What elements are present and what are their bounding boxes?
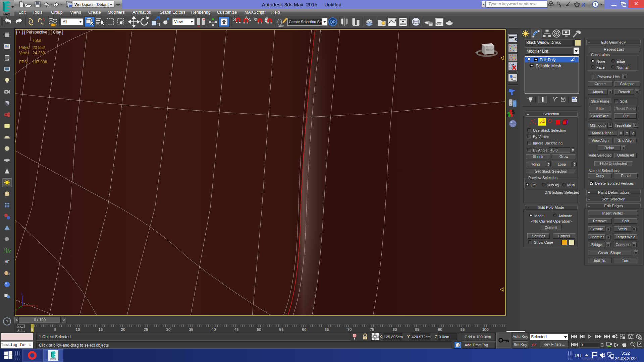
svg-text:y: y <box>15 308 17 311</box>
svg-text:WWW.ARTSTAIL.RU: WWW.ARTSTAIL.RU <box>582 356 623 361</box>
svg-text:65: 65 <box>325 327 329 331</box>
svg-text:{ }: { } <box>277 19 282 24</box>
svg-text:S: S <box>515 38 517 42</box>
svg-text:X: X <box>581 2 586 8</box>
svg-text:20: 20 <box>121 327 125 331</box>
svg-text:75: 75 <box>370 327 374 331</box>
svg-text:3:22: 3:22 <box>622 351 630 356</box>
svg-text:10: 10 <box>76 327 80 331</box>
svg-text:x: x <box>36 304 38 308</box>
svg-text:FRONT: FRONT <box>486 49 493 51</box>
svg-text:MAX: MAX <box>51 359 55 361</box>
svg-text:40: 40 <box>212 327 216 331</box>
svg-text:Verts:: Verts: <box>19 51 30 55</box>
svg-text:MAX: MAX <box>3 13 10 16</box>
svg-text:FPS:: FPS: <box>19 60 28 64</box>
svg-text:C: C <box>515 48 518 53</box>
svg-text:All: All <box>63 19 67 24</box>
svg-text:0: 0 <box>31 328 33 332</box>
svg-text:?: ? <box>6 319 8 324</box>
svg-text:%: % <box>254 17 258 22</box>
svg-text:QR: QR <box>330 20 336 24</box>
svg-text:85: 85 <box>415 327 420 331</box>
svg-text:30: 30 <box>166 327 171 331</box>
svg-text:x: x <box>8 272 10 275</box>
svg-text:55: 55 <box>279 327 284 331</box>
svg-text:Total: Total <box>33 38 41 43</box>
svg-text:45: 45 <box>234 327 239 331</box>
svg-text:?: ? <box>594 2 597 7</box>
svg-text:5: 5 <box>54 327 56 331</box>
svg-text:[ + ] [ Perspective ] [ Clay ]: [ + ] [ Perspective ] [ Clay ] <box>16 30 63 35</box>
svg-text:35: 35 <box>189 327 194 331</box>
svg-text:50: 50 <box>257 327 261 331</box>
svg-text:3: 3 <box>233 16 236 22</box>
svg-text:15: 15 <box>99 327 103 331</box>
svg-text:z: z <box>21 292 23 295</box>
svg-text:Polys:: Polys: <box>19 45 30 50</box>
svg-text:ABC: ABC <box>278 25 284 28</box>
svg-text:S: S <box>509 66 512 70</box>
svg-text:187.908: 187.908 <box>33 60 47 64</box>
svg-text:90: 90 <box>438 327 442 331</box>
svg-text:95: 95 <box>461 327 465 331</box>
svg-text:Create Selection Se: Create Selection Se <box>289 20 322 24</box>
svg-text:70: 70 <box>347 327 352 331</box>
svg-text:23 552: 23 552 <box>33 45 45 50</box>
svg-text:25: 25 <box>144 327 148 331</box>
svg-text:P R: P R <box>509 63 515 66</box>
svg-text:View: View <box>174 19 183 24</box>
svg-text:RU: RU <box>575 353 581 358</box>
svg-text:100: 100 <box>482 327 488 331</box>
svg-text:80: 80 <box>393 327 397 331</box>
svg-text:0: 0 <box>581 343 583 347</box>
svg-text:24 230: 24 230 <box>33 51 45 55</box>
svg-text:HF: HF <box>5 260 10 264</box>
svg-text:60: 60 <box>302 327 307 331</box>
